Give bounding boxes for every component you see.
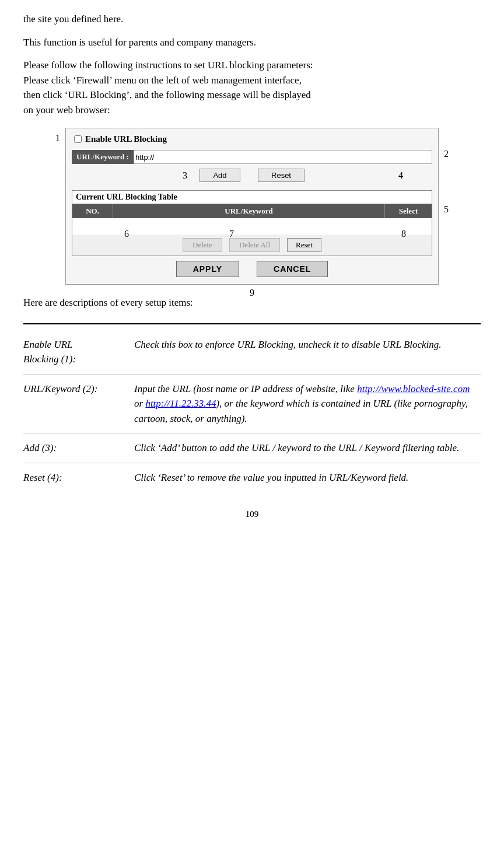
desc-term-3: Add (3):: [23, 433, 134, 463]
delete-button[interactable]: Delete: [183, 238, 222, 252]
apply-button[interactable]: APPLY: [176, 261, 239, 277]
current-table-title: Current URL Blocking Table: [72, 191, 432, 204]
desc-term-1: Enable URLBlocking (1):: [23, 330, 134, 375]
col-no: NO.: [72, 204, 113, 218]
reset-button-2[interactable]: Reset: [287, 238, 321, 252]
enable-label: Enable URL Blocking: [85, 134, 167, 144]
url-keyword-label: URL/Keyword :: [72, 150, 134, 164]
intro-line3: Please follow the following instructions…: [23, 58, 481, 117]
desc-row-4: Reset (4): Click ‘Reset’ to remove the v…: [23, 463, 481, 492]
num-label-8: 8: [401, 229, 406, 239]
col-select: Select: [385, 204, 432, 218]
desc-row-3: Add (3): Click ‘Add’ button to add the U…: [23, 433, 481, 463]
num-label-1: 1: [55, 133, 60, 144]
col-url: URL/Keyword: [113, 204, 385, 218]
desc-def-1: Check this box to enforce URL Blocking, …: [134, 330, 481, 375]
ui-screenshot-box: 1 2 3 4 5 6 7 8 9 Enable URL Blocking UR…: [65, 128, 439, 285]
num-label-7: 7: [229, 229, 234, 239]
link1[interactable]: http://www.blocked-site.com: [357, 383, 470, 394]
url-keyword-input[interactable]: [134, 150, 432, 164]
add-reset-row: Add Reset: [72, 169, 432, 182]
num-label-6: 6: [124, 229, 129, 239]
desc-def-3: Click ‘Add’ button to add the URL / keyw…: [134, 433, 481, 463]
enable-checkbox[interactable]: [74, 135, 82, 143]
num-label-3: 3: [183, 170, 187, 181]
num-label-5: 5: [444, 204, 449, 215]
desc-term-4: Reset (4):: [23, 463, 134, 492]
desc-row-2: URL/Keyword (2): Input the URL (host nam…: [23, 374, 481, 433]
apply-cancel-row: APPLY CANCEL: [72, 261, 432, 277]
enable-row: Enable URL Blocking: [74, 134, 432, 144]
delete-all-button[interactable]: Delete All: [229, 238, 280, 252]
reset-button[interactable]: Reset: [258, 169, 304, 182]
num-label-9: 9: [250, 288, 254, 298]
desc-term-2: URL/Keyword (2):: [23, 374, 134, 433]
intro-line1: the site you defined here.: [23, 12, 481, 27]
divider: [23, 323, 481, 324]
page-number: 109: [23, 509, 481, 519]
url-keyword-row: URL/Keyword :: [72, 150, 432, 164]
num-label-4: 4: [398, 170, 403, 181]
num-label-2: 2: [444, 149, 449, 159]
current-table-section: Current URL Blocking Table NO. URL/Keywo…: [72, 190, 432, 256]
desc-def-4: Click ‘Reset’ to remove the value you in…: [134, 463, 481, 492]
intro-line2: This function is useful for parents and …: [23, 35, 481, 50]
link2[interactable]: http://11.22.33.44: [145, 398, 216, 409]
desc-row-1: Enable URLBlocking (1): Check this box t…: [23, 330, 481, 375]
cancel-button[interactable]: CANCEL: [257, 261, 328, 277]
table-header-row: NO. URL/Keyword Select: [72, 204, 432, 218]
description-table: Enable URLBlocking (1): Check this box t…: [23, 330, 481, 492]
desc-def-2: Input the URL (host name or IP address o…: [134, 374, 481, 433]
add-button[interactable]: Add: [200, 169, 240, 182]
